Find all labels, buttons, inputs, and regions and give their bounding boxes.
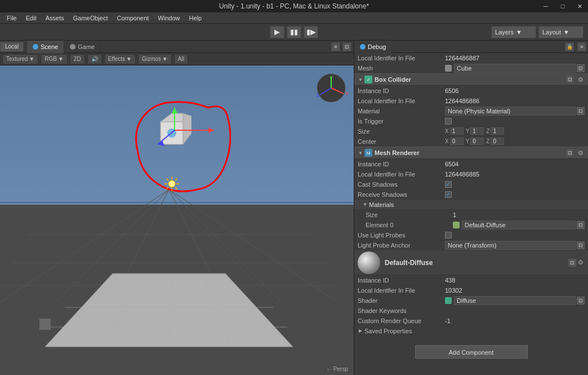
shader-link-btn[interactable]: ⊡ (577, 297, 585, 305)
toolbar: ▶ ▮▮ ▮▶ Layers ▼ Layout ▼ (0, 24, 588, 41)
scene-settings-btn[interactable]: ≡ (331, 42, 340, 51)
scene-tabs: Local Scene Game ≡ ⊡ (0, 41, 354, 53)
mesh-renderer-header: ▼ M Mesh Renderer ⊡ ⚙ (354, 147, 588, 159)
mr-element0-row: Element 0 Default-Diffuse ⊡ (354, 220, 588, 230)
size-x-field: X 1 (445, 127, 464, 135)
maximize-button[interactable]: □ (554, 0, 571, 12)
chevron-down-icon: ▼ (563, 29, 569, 36)
gizmos-dropdown[interactable]: Gizmos▼ (138, 54, 172, 64)
bc-instance-id-row: Instance ID 6506 (354, 86, 588, 96)
step-button[interactable]: ▮▶ (304, 26, 318, 38)
menu-item-assets[interactable]: Assets (41, 14, 69, 23)
layout-dropdown[interactable]: Layout ▼ (538, 26, 583, 38)
game-tab-icon (70, 44, 75, 50)
toolbar-right: Layers ▼ Layout ▼ (491, 24, 588, 41)
svg-line-32 (166, 178, 168, 180)
material-copy-btn[interactable]: ⊡ (568, 258, 577, 267)
add-component-button[interactable]: Add Component (415, 345, 528, 359)
tab-debug[interactable]: Debug (354, 41, 391, 53)
minimize-button[interactable]: ─ (537, 0, 554, 12)
bc-size-row: Size X 1 Y 1 Z 1 (354, 126, 588, 136)
titlebar: Unity - 1.unity - b1 - PC, Mac & Linux S… (0, 0, 588, 12)
use-light-probes-checkbox[interactable] (445, 232, 452, 239)
shading-dropdown[interactable]: Textured▼ (2, 54, 38, 64)
scene-lock-btn[interactable]: ⊡ (342, 42, 351, 51)
mesh-link-btn[interactable]: ⊡ (577, 64, 585, 72)
pause-button[interactable]: ▮▮ (287, 26, 301, 38)
bc-center-row: Center X 0 Y 0 Z 0 (354, 136, 588, 147)
mat-instance-id-row: Instance ID 438 (354, 275, 588, 285)
mat-render-queue-row: Custom Render Queue -1 (354, 316, 588, 326)
box-collider-gear[interactable]: ⚙ (577, 76, 585, 83)
mesh-renderer-gear[interactable]: ⚙ (577, 149, 585, 157)
svg-text:X: X (345, 91, 348, 96)
scene-settings: ≡ ⊡ (331, 42, 351, 51)
size-z-field: Z 1 (486, 127, 504, 135)
center-xyz: X 0 Y 0 Z 0 (445, 138, 504, 145)
is-trigger-checkbox[interactable] (445, 118, 452, 125)
tab-game[interactable]: Game (64, 41, 101, 53)
center-y-field: Y 0 (466, 138, 484, 145)
receive-shadows-checkbox[interactable]: ✓ (445, 191, 452, 198)
scene-viewport[interactable]: Y X Z ← Persp (0, 65, 354, 375)
element0-link-btn[interactable]: ⊡ (577, 221, 585, 229)
2d-toggle[interactable]: 2D (70, 54, 85, 64)
menu-item-file[interactable]: File (2, 14, 21, 23)
material-gear[interactable]: ⚙ (577, 259, 585, 267)
close-button[interactable]: ✕ (571, 0, 588, 12)
menu-item-edit[interactable]: Edit (21, 14, 41, 23)
local-global-toggle[interactable]: Local (0, 42, 24, 52)
local-identifier-row: Local Identfier In File 1264486887 (354, 53, 588, 63)
tab-scene[interactable]: Scene (27, 41, 64, 53)
mr-use-light-probes-row: Use Light Probes (354, 230, 588, 240)
ground-plane-svg (45, 268, 293, 352)
mesh-renderer-copy-btn[interactable]: ⊡ (565, 148, 574, 157)
audio-toggle[interactable]: 🔊 (87, 54, 102, 64)
mr-instance-id-row: Instance ID 6504 (354, 159, 588, 169)
inspector-content: Local Identfier In File 1264486887 Mesh … (354, 53, 588, 375)
menu-item-gameobject[interactable]: GameObject (69, 14, 113, 23)
center-x-field: X 0 (445, 138, 464, 145)
debug-icon (360, 44, 366, 50)
menu-item-window[interactable]: Window (153, 14, 184, 23)
bc-material-value: None (Physic Material) ⊡ (445, 107, 585, 116)
main-layout: Local Scene Game ≡ ⊡ Textured▼ RGB▼ (0, 41, 588, 375)
materials-collapse[interactable]: ▼ (362, 202, 368, 208)
mesh-renderer-collapse[interactable]: ▼ (358, 150, 363, 156)
light-icon (163, 175, 180, 192)
layers-dropdown[interactable]: Layers ▼ (491, 26, 536, 38)
size-xyz: X 1 Y 1 Z 1 (445, 127, 504, 135)
mr-cast-shadows-row: Cast Shadows ✓ (354, 179, 588, 189)
effects-dropdown[interactable]: Effects▼ (104, 54, 136, 64)
mr-light-probe-anchor-row: Light Probe Anchor None (Transform) ⊡ (354, 240, 588, 250)
menu-item-component[interactable]: Component (112, 14, 153, 23)
shader-value: Diffuse ⊡ (445, 296, 585, 305)
window-controls: ─ □ ✕ (537, 0, 588, 12)
play-button[interactable]: ▶ (270, 26, 284, 38)
inspector-lock-btn[interactable]: 🔒 (565, 42, 574, 51)
all-dropdown[interactable]: All (174, 54, 188, 64)
menubar: File Edit Assets GameObject Component Wi… (0, 12, 588, 24)
small-object (39, 319, 51, 330)
mesh-renderer-icon: M (364, 149, 372, 157)
cast-shadows-checkbox[interactable]: ✓ (445, 181, 452, 188)
svg-marker-24 (172, 108, 177, 113)
title-text: Unity - 1.unity - b1 - PC, Mac & Linux S… (219, 2, 369, 10)
mat-local-id-row: Local Identfier In File 10302 (354, 285, 588, 295)
inspector-settings-btn[interactable]: ≡ (577, 42, 586, 51)
materials-section: ▼ Materials (354, 200, 588, 210)
svg-line-33 (175, 187, 177, 189)
rgb-dropdown[interactable]: RGB▼ (41, 54, 68, 64)
physic-mat-link-btn[interactable]: ⊡ (577, 107, 585, 115)
box-collider-copy-btn[interactable]: ⊡ (565, 75, 574, 84)
size-y-field: Y 1 (466, 127, 484, 135)
scene-panel: Local Scene Game ≡ ⊡ Textured▼ RGB▼ (0, 41, 354, 375)
probe-anchor-link-btn[interactable]: ⊡ (577, 241, 585, 249)
svg-text:Z: Z (317, 92, 320, 98)
shader-asset-icon (445, 297, 452, 304)
add-component-container: Add Component (354, 336, 588, 368)
chevron-down-icon: ▼ (516, 29, 522, 36)
saved-properties-collapse[interactable]: ▶ (358, 328, 363, 334)
box-collider-collapse[interactable]: ▼ (358, 77, 363, 82)
menu-item-help[interactable]: Help (184, 14, 206, 23)
